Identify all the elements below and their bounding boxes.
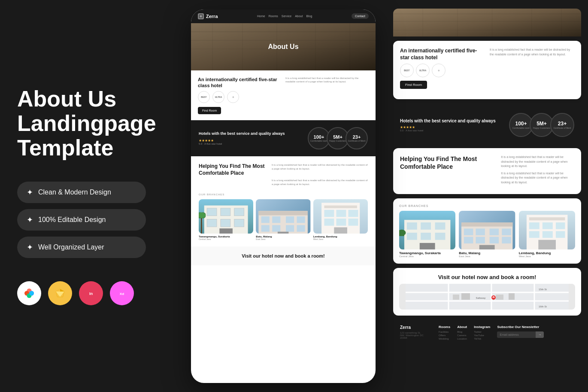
svg-text:Xd: Xd xyxy=(120,292,124,296)
right-stats-text: Hotels with the best service and quality… xyxy=(400,118,506,132)
left-panel: About UsLandingpageTemplate ✦ Clean & Mo… xyxy=(0,0,180,392)
footer-about-title: About xyxy=(457,325,467,329)
nav-service: Service xyxy=(282,15,291,18)
svg-rect-86 xyxy=(490,229,499,236)
footer-about-item-2: Careers xyxy=(457,334,467,337)
award-3: ☆ xyxy=(227,91,239,103)
svg-rect-111 xyxy=(496,295,503,300)
svg-rect-57 xyxy=(336,219,346,226)
right-branch-3-img xyxy=(519,211,575,249)
footer-newsletter-title: Subscribe Our Newsletter xyxy=(497,325,544,329)
svg-rect-84 xyxy=(464,229,473,236)
right-award-ultra: ULTRA xyxy=(416,64,430,77)
newsletter-input[interactable] xyxy=(497,331,536,338)
branch-1-region: Central Java xyxy=(199,238,253,240)
svg-rect-59 xyxy=(334,228,347,234)
svg-rect-72 xyxy=(407,222,417,230)
footer-social-item-3: TikTok xyxy=(474,337,490,340)
svg-rect-56 xyxy=(324,219,334,226)
svg-rect-45 xyxy=(261,225,270,231)
stat-3-number: 23+ xyxy=(353,134,361,140)
branch-1: Tawangmangu, Surakarta Central Java xyxy=(199,199,253,240)
svg-rect-101 xyxy=(556,231,565,238)
svg-rect-77 xyxy=(435,233,446,240)
page-title: About UsLandingpageTemplate xyxy=(17,87,163,161)
footer-rooms-item-3: Wedding xyxy=(439,337,450,340)
helping-right: It is a long established fact that a rea… xyxy=(272,163,368,186)
helping-body2: It is a long established fact that a rea… xyxy=(272,179,368,186)
branches-section: OUR BRANCHES xyxy=(191,193,376,246)
right-hotel-right: It is a long established fact that a rea… xyxy=(490,48,574,57)
footer-col-rooms: Rooms Facilities Offers Wedding xyxy=(439,325,450,341)
right-top-image xyxy=(393,9,581,36)
phone-mockup: Zerra Home Rooms Service About Blog Cont… xyxy=(191,9,376,383)
cta-section: Visit our hotel now and book a room! xyxy=(191,246,376,265)
svg-rect-53 xyxy=(324,210,334,217)
brand-name: Zerra xyxy=(206,14,218,19)
stats-tagline: Hotels with the best service and quality… xyxy=(199,131,303,137)
svg-rect-109 xyxy=(453,295,459,300)
right-branch-2-name: Batu, Malang xyxy=(459,251,515,255)
phone-logo: Zerra xyxy=(198,13,218,19)
right-helping-left: Helping You Find The Most Comfortable Pl… xyxy=(400,155,496,187)
right-find-room-button[interactable]: Find Room xyxy=(400,81,427,89)
feature-label-3: Well Organized Layer xyxy=(38,243,104,251)
right-rating: 5.0 · A five-star hotel xyxy=(400,129,506,132)
footer-rooms-title: Rooms xyxy=(439,325,450,329)
right-stat-circles: 100+ Comfortable room 5M+ Happy Customer… xyxy=(509,113,574,137)
svg-rect-69 xyxy=(393,9,581,36)
branch-2: Batu, Malang East Java xyxy=(256,199,310,240)
helping-section: Helping You Find The Most Comfortable Pl… xyxy=(191,156,376,193)
right-helping-right: It is a long established fact that a rea… xyxy=(501,155,574,187)
right-stat-3: 23+ Certificate of Merit xyxy=(550,113,574,137)
hotel-info-left: An internationally certified five-star c… xyxy=(198,76,281,115)
svg-rect-29 xyxy=(234,208,244,216)
newsletter-submit-btn[interactable]: → xyxy=(536,331,544,338)
svg-rect-78 xyxy=(420,243,435,249)
svg-rect-47 xyxy=(286,225,294,231)
center-panel: Zerra Home Rooms Service About Blog Cont… xyxy=(180,0,386,392)
right-hotel-left: An internationally certified five-star c… xyxy=(400,48,485,92)
right-hotel-card: An internationally certified five-star c… xyxy=(393,41,581,99)
award-best: BEST xyxy=(198,91,210,103)
stat-2-label: Happy Customers xyxy=(329,140,346,142)
helping-left: Helping You Find The Most Comfortable Pl… xyxy=(199,163,267,186)
right-stats-card: Hotels with the best service and quality… xyxy=(393,103,581,144)
svg-rect-27 xyxy=(207,208,217,216)
svg-rect-92 xyxy=(479,245,495,249)
right-stats-row: Hotels with the best service and quality… xyxy=(400,113,574,137)
svg-text:Safeway: Safeway xyxy=(476,297,485,299)
right-awards: BEST ULTRA ☆ xyxy=(400,64,485,77)
stats-circles: 100+ Comfortable room 5M+ Happy Customer… xyxy=(308,127,368,149)
svg-rect-90 xyxy=(490,237,499,244)
right-branch-3: Lembang, Bandung West Java xyxy=(519,211,575,258)
contact-btn[interactable]: Contact xyxy=(352,13,369,19)
nav-home: Home xyxy=(257,15,265,18)
branch-2-img xyxy=(256,199,310,234)
right-map-area: Safeway 15th St 16th St xyxy=(399,284,575,310)
svg-rect-33 xyxy=(219,228,233,234)
branch-3: Lembang, Bandung West Java xyxy=(313,199,368,240)
svg-rect-30 xyxy=(207,219,217,227)
right-stat-2-lbl: Happy Customers xyxy=(533,127,550,129)
hotel-body: It is a long established fact that a rea… xyxy=(285,76,369,84)
right-branches-section: OUR BRANCHES xyxy=(393,198,581,264)
phone-nav-links: Home Rooms Service About Blog xyxy=(257,15,312,18)
organized-layer-icon: ✦ xyxy=(27,243,33,252)
sketch-icon xyxy=(48,281,72,305)
svg-rect-83 xyxy=(461,222,512,227)
tool-icons-row: In Xd xyxy=(17,281,163,305)
right-footer-brand-area: Zerra 123 something St,NW, Washington DC… xyxy=(400,325,430,339)
footer-social-item-2: YouTube xyxy=(474,334,490,337)
clean-design-icon: ✦ xyxy=(27,188,33,197)
right-branch-images: Tawangmangu, Surakarta Central Java xyxy=(399,211,575,258)
svg-text:16th St: 16th St xyxy=(539,305,547,308)
find-room-button[interactable]: Find Room xyxy=(198,107,221,114)
right-branch-2-img xyxy=(459,211,515,249)
awards-row: BEST ULTRA ☆ xyxy=(198,91,281,103)
svg-rect-97 xyxy=(543,222,553,229)
feature-label-2: 100% Editable Design xyxy=(38,216,106,224)
svg-rect-88 xyxy=(464,237,473,244)
stats-section: Hotels with the best service and quality… xyxy=(191,120,376,156)
footer-social-item-1: Twitter xyxy=(474,331,490,333)
